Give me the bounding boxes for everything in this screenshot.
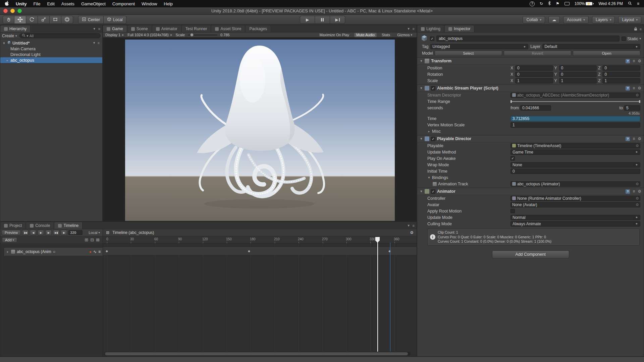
- scale-slider-knob[interactable]: [190, 33, 194, 37]
- rotation-x-field[interactable]: 0: [515, 72, 553, 77]
- time-range-slider[interactable]: [511, 99, 640, 104]
- menu-assets[interactable]: Assets: [61, 1, 74, 6]
- menu-help[interactable]: Help: [164, 1, 173, 6]
- misc-foldout-icon[interactable]: ▸: [427, 130, 431, 133]
- panel-dropdown-icon[interactable]: ▼: [93, 27, 96, 31]
- panel-dropdown-icon[interactable]: ▼: [407, 224, 410, 227]
- goto-end-button[interactable]: ▶▮: [53, 230, 59, 235]
- hierarchy-search-input[interactable]: ▾ All: [19, 33, 101, 38]
- from-field[interactable]: 0.041666: [520, 105, 551, 111]
- help-icon[interactable]: ?: [626, 189, 630, 194]
- pivot-center-button[interactable]: Center: [78, 16, 104, 24]
- track-menu-icon[interactable]: ≡: [98, 249, 101, 254]
- pivot-local-button[interactable]: Local: [104, 16, 126, 24]
- range-max-handle[interactable]: [639, 100, 640, 103]
- apply-root-motion-checkbox[interactable]: [511, 209, 515, 213]
- tab-timeline[interactable]: Timeline: [54, 222, 83, 229]
- apple-menu-icon[interactable]: [5, 1, 9, 7]
- tag-dropdown[interactable]: Untagged: [430, 44, 528, 49]
- cloud-button[interactable]: ☁: [548, 16, 560, 23]
- timeline-local-dropdown[interactable]: Local▾: [89, 231, 101, 235]
- rotation-z-field[interactable]: 0: [602, 72, 640, 77]
- gear-icon[interactable]: ⚙: [638, 86, 641, 90]
- scale-y-field[interactable]: 1: [559, 78, 597, 83]
- add-track-button[interactable]: Add▾: [2, 237, 17, 243]
- create-button[interactable]: Create▾: [2, 34, 17, 38]
- search-filter-dropdown-icon[interactable]: ▾: [27, 34, 29, 38]
- static-control[interactable]: Static ▾: [622, 36, 641, 41]
- menu-window[interactable]: Window: [142, 1, 157, 6]
- menu-component[interactable]: Component: [112, 1, 135, 6]
- stats-toggle[interactable]: Stats: [380, 33, 392, 37]
- timeline-settings-gear-icon[interactable]: ⚙: [410, 230, 414, 235]
- notification-center-icon[interactable]: ≡: [637, 1, 639, 6]
- hand-tool-button[interactable]: [3, 16, 14, 24]
- play-range-toggle[interactable]: ▶: [61, 230, 67, 235]
- scrollbar-thumb[interactable]: [105, 352, 408, 355]
- presets-icon[interactable]: ≡: [633, 59, 635, 63]
- aspect-dropdown[interactable]: Full 1024 4:3 (1024x768): [127, 33, 172, 37]
- add-component-button[interactable]: Add Component: [492, 250, 569, 258]
- play-on-awake-checkbox[interactable]: ✓: [511, 156, 515, 161]
- bindings-foldout-icon[interactable]: ▼: [427, 176, 431, 179]
- foldout-icon[interactable]: ▼: [420, 86, 423, 90]
- preview-toggle[interactable]: Preview: [2, 230, 21, 235]
- display-menu-icon[interactable]: [565, 2, 570, 5]
- culling-mode-dropdown[interactable]: Always Animate: [511, 221, 640, 227]
- layer-dropdown[interactable]: Default: [542, 44, 640, 49]
- sync-menu-icon[interactable]: ↻: [540, 1, 543, 6]
- track-record-button[interactable]: ●: [89, 250, 92, 254]
- layout-dropdown[interactable]: Layout▾: [618, 16, 641, 23]
- keyframe-diamond-icon[interactable]: ◆: [106, 249, 108, 253]
- menu-unity[interactable]: Unity: [16, 1, 27, 6]
- wrap-mode-dropdown[interactable]: None: [511, 162, 640, 168]
- panel-menu-icon[interactable]: ≡: [413, 27, 415, 31]
- vertex-motion-scale-field[interactable]: 1: [511, 122, 640, 128]
- hierarchy-item-main-camera[interactable]: Main Camera: [0, 46, 102, 52]
- foldout-icon[interactable]: ▼: [420, 59, 423, 63]
- active-checkbox[interactable]: ✓: [430, 37, 434, 41]
- hierarchy-item-directional-light[interactable]: Directional Light: [0, 52, 102, 57]
- item-foldout-icon[interactable]: ▸: [6, 59, 9, 62]
- rect-tool-button[interactable]: [50, 16, 61, 24]
- playable-object-field[interactable]: Timeline (TimelineAsset)⊙: [511, 143, 640, 148]
- initial-time-field[interactable]: 0: [511, 169, 640, 174]
- scene-row[interactable]: ▼ Untitled* ▼≡: [0, 40, 102, 46]
- battery-status[interactable]: 100% ⚡: [575, 1, 594, 6]
- presets-icon[interactable]: ≡: [633, 189, 635, 194]
- minimize-window-button[interactable]: [10, 9, 15, 13]
- gameobject-name-field[interactable]: abc_octopus: [436, 36, 620, 42]
- zoom-window-button[interactable]: [17, 9, 22, 13]
- track-toggle-icon[interactable]: ○: [53, 249, 55, 254]
- track-curves-icon[interactable]: ∿: [93, 249, 97, 254]
- keyframe-diamond-icon[interactable]: ◆: [248, 249, 250, 253]
- foldout-icon[interactable]: ▼: [420, 190, 423, 193]
- tab-console[interactable]: Console: [26, 222, 54, 229]
- edit-mode-replace-icon[interactable]: ⊠: [96, 237, 100, 242]
- animation-track-object-field[interactable]: abc_octopus (Animator)⊙: [511, 181, 640, 187]
- gear-icon[interactable]: ⚙: [638, 59, 641, 63]
- animation-track-lane[interactable]: ◆ ◆ ◆: [103, 247, 417, 255]
- help-icon[interactable]: ?: [626, 59, 630, 63]
- tab-animator[interactable]: Animator: [152, 25, 181, 32]
- animation-track-header[interactable]: ▸ abc_octopus (Anim ○ ● ∿ ≡: [4, 247, 103, 256]
- menu-clock[interactable]: Wed 4:26 PM: [599, 1, 623, 6]
- object-picker-icon[interactable]: ⊙: [636, 203, 639, 206]
- pause-button[interactable]: [315, 16, 330, 24]
- menu-gameobject[interactable]: GameObject: [81, 1, 106, 6]
- playable-director-component-header[interactable]: ▼ ✓ Playable Director ?≡⚙: [417, 135, 644, 142]
- timeline-play-button[interactable]: ▶: [38, 230, 44, 235]
- tab-lighting[interactable]: Lighting: [417, 25, 444, 32]
- update-method-dropdown[interactable]: Game Time: [511, 149, 640, 155]
- tab-packages[interactable]: Packages: [246, 25, 271, 32]
- object-picker-icon[interactable]: ⊙: [636, 196, 639, 200]
- scale-tool-button[interactable]: [38, 16, 50, 24]
- gear-icon[interactable]: ⚙: [638, 136, 641, 141]
- static-dropdown-icon[interactable]: ▾: [639, 37, 641, 40]
- input-source-menu-icon[interactable]: ⚑: [556, 1, 559, 6]
- step-button[interactable]: ▶: [330, 16, 345, 24]
- layers-dropdown[interactable]: Layers▾: [592, 16, 615, 23]
- timeline-horizontal-scrollbar[interactable]: [104, 352, 411, 356]
- panel-menu-icon[interactable]: ≡: [413, 224, 415, 228]
- model-revert-button[interactable]: Revert: [504, 51, 571, 56]
